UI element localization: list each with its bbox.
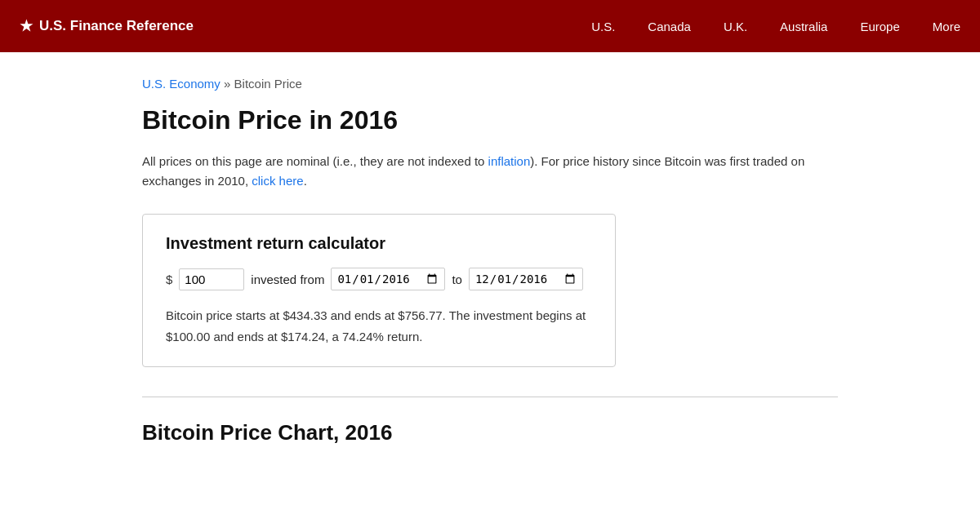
section-divider [142, 397, 838, 397]
nav-uk[interactable]: U.K. [724, 20, 747, 33]
nav-europe[interactable]: Europe [860, 20, 899, 33]
breadcrumb-parent-link[interactable]: U.S. Economy [142, 77, 220, 91]
intro-paragraph: All prices on this page are nominal (i.e… [142, 152, 838, 191]
calculator-inputs: $ invested from to [166, 268, 592, 290]
main-nav: U.S. Canada U.K. Australia Europe More [591, 20, 960, 33]
nav-more[interactable]: More [933, 20, 960, 33]
investment-calculator: Investment return calculator $ invested … [142, 214, 616, 367]
breadcrumb: U.S. Economy » Bitcoin Price [142, 77, 838, 91]
date-to-input[interactable] [469, 268, 583, 290]
breadcrumb-current: Bitcoin Price [234, 77, 302, 91]
brand-name: U.S. Finance Reference [39, 18, 194, 34]
investment-amount-input[interactable] [179, 268, 244, 290]
intro-text-part1: All prices on this page are nominal (i.e… [142, 154, 488, 168]
dollar-sign: $ [166, 273, 172, 286]
calculator-title: Investment return calculator [166, 234, 592, 253]
click-here-link[interactable]: click here [252, 174, 303, 188]
date-from-input[interactable] [331, 268, 445, 290]
brand-star-icon: ★ [20, 17, 33, 35]
nav-australia[interactable]: Australia [780, 20, 827, 33]
to-label: to [452, 273, 462, 286]
calculator-result: Bitcoin price starts at $434.33 and ends… [166, 305, 592, 347]
invested-from-label: invested from [251, 273, 324, 286]
page-title: Bitcoin Price in 2016 [142, 105, 838, 135]
breadcrumb-separator: » [224, 77, 234, 91]
nav-us[interactable]: U.S. [591, 20, 615, 33]
nav-canada[interactable]: Canada [648, 20, 691, 33]
inflation-link[interactable]: inflation [488, 154, 531, 168]
chart-section-title: Bitcoin Price Chart, 2016 [142, 420, 838, 445]
site-brand: ★ U.S. Finance Reference [20, 17, 591, 35]
intro-text-part3: . [304, 174, 307, 188]
